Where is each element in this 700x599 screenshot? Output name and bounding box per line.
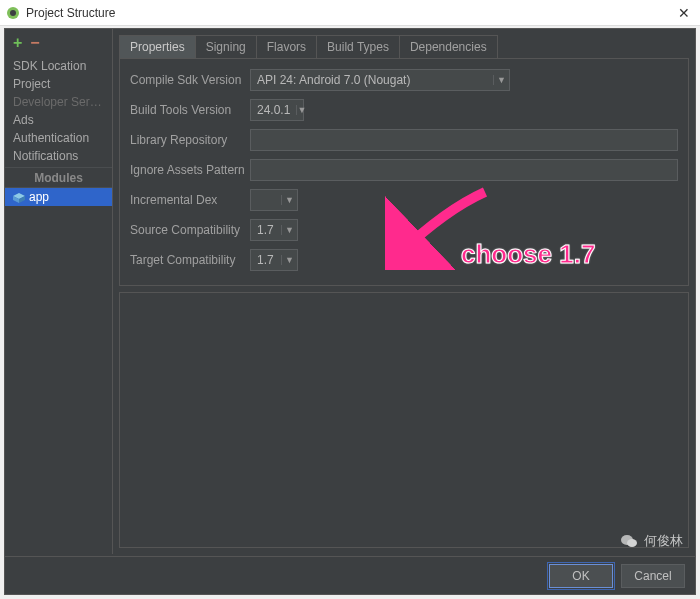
- chevron-down-icon: ▼: [281, 195, 297, 205]
- tab-build-types[interactable]: Build Types: [317, 36, 400, 58]
- sidebar-item-project[interactable]: Project: [5, 75, 112, 93]
- main-panel: Properties Signing Flavors Build Types D…: [119, 35, 689, 554]
- label-build-tools: Build Tools Version: [130, 103, 250, 117]
- tab-properties[interactable]: Properties: [120, 36, 196, 58]
- compile-sdk-select[interactable]: API 24: Android 7.0 (Nougat) ▼: [250, 69, 510, 91]
- tab-signing[interactable]: Signing: [196, 36, 257, 58]
- label-library-repo: Library Repository: [130, 133, 250, 147]
- module-icon: [13, 192, 25, 202]
- chevron-down-icon: ▼: [296, 105, 306, 115]
- source-compat-select[interactable]: 1.7 ▼: [250, 219, 298, 241]
- chevron-down-icon: ▼: [281, 255, 297, 265]
- tab-dependencies[interactable]: Dependencies: [400, 36, 497, 58]
- properties-form: Compile Sdk Version API 24: Android 7.0 …: [119, 58, 689, 286]
- close-icon[interactable]: ✕: [674, 5, 694, 21]
- source-compat-value: 1.7: [251, 223, 281, 237]
- label-incremental-dex: Incremental Dex: [130, 193, 250, 207]
- window-title: Project Structure: [26, 6, 115, 20]
- tab-bar: Properties Signing Flavors Build Types D…: [119, 35, 498, 58]
- tab-flavors[interactable]: Flavors: [257, 36, 317, 58]
- remove-module-button[interactable]: −: [30, 35, 39, 51]
- target-compat-value: 1.7: [251, 253, 281, 267]
- svg-point-6: [627, 539, 637, 547]
- app-icon: [6, 6, 20, 20]
- chevron-down-icon: ▼: [493, 75, 509, 85]
- library-repo-input[interactable]: [250, 129, 678, 151]
- add-module-button[interactable]: +: [13, 35, 22, 51]
- label-source-compat: Source Compatibility: [130, 223, 250, 237]
- sidebar: + − SDK Location Project Developer Servi…: [5, 29, 113, 554]
- sidebar-modules-header: Modules: [5, 167, 112, 188]
- ignore-assets-input[interactable]: [250, 159, 678, 181]
- dialog-footer: OK Cancel: [5, 556, 695, 594]
- target-compat-select[interactable]: 1.7 ▼: [250, 249, 298, 271]
- sidebar-item-authentication[interactable]: Authentication: [5, 129, 112, 147]
- sidebar-item-ads[interactable]: Ads: [5, 111, 112, 129]
- label-target-compat: Target Compatibility: [130, 253, 250, 267]
- window-titlebar: Project Structure ✕: [0, 0, 700, 26]
- output-area: [119, 292, 689, 548]
- ok-button[interactable]: OK: [549, 564, 613, 588]
- build-tools-value: 24.0.1: [251, 103, 296, 117]
- build-tools-select[interactable]: 24.0.1 ▼: [250, 99, 304, 121]
- watermark-text: 何俊林: [644, 532, 683, 550]
- sidebar-module-app[interactable]: app: [5, 188, 112, 206]
- compile-sdk-value: API 24: Android 7.0 (Nougat): [251, 73, 493, 87]
- dialog-body: + − SDK Location Project Developer Servi…: [4, 28, 696, 595]
- sidebar-item-developer-services[interactable]: Developer Servic...: [5, 93, 112, 111]
- sidebar-module-label: app: [29, 190, 49, 204]
- chevron-down-icon: ▼: [281, 225, 297, 235]
- incremental-dex-select[interactable]: ▼: [250, 189, 298, 211]
- cancel-button[interactable]: Cancel: [621, 564, 685, 588]
- label-ignore-assets: Ignore Assets Pattern: [130, 163, 250, 177]
- sidebar-item-notifications[interactable]: Notifications: [5, 147, 112, 165]
- label-compile-sdk: Compile Sdk Version: [130, 73, 250, 87]
- wechat-icon: [620, 534, 638, 548]
- watermark: 何俊林: [620, 532, 683, 550]
- svg-point-1: [10, 10, 16, 16]
- sidebar-item-sdk-location[interactable]: SDK Location: [5, 57, 112, 75]
